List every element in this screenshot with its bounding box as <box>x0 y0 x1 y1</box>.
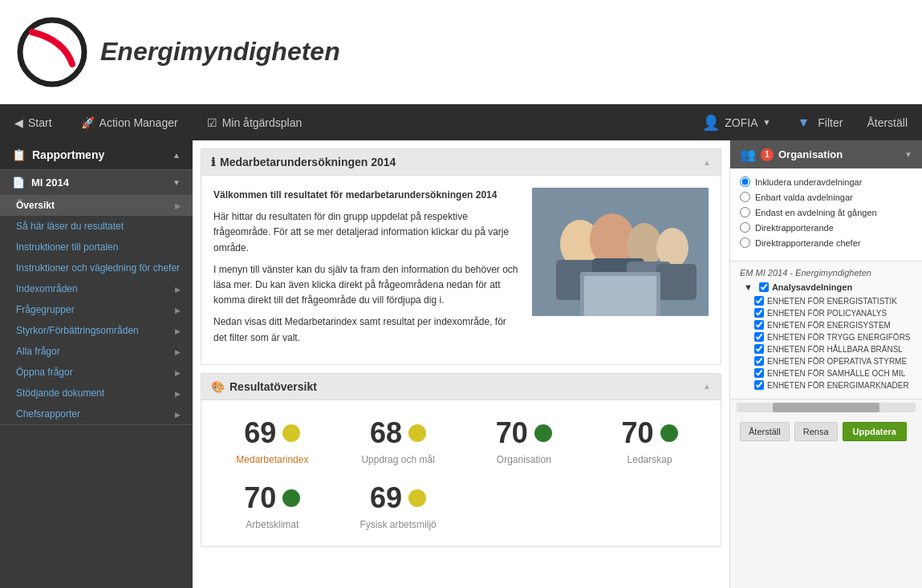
navbar: ◀ Start 🚀 Action Manager ☑ Min åtgärdspl… <box>0 104 922 140</box>
sidebar-item-stodok[interactable]: Stödjande dokument <box>0 383 193 403</box>
org-scrollbar-thumb <box>773 403 880 412</box>
svg-rect-11 <box>584 276 656 316</box>
checklist-icon: ☑ <box>207 116 217 129</box>
radio-direkt-chefer[interactable]: Direktrapporterande chefer <box>740 237 912 248</box>
btn-återställ[interactable]: Återställ <box>740 422 790 441</box>
org-tree-title: EM MI 2014 - Energimyndigheten <box>740 268 912 278</box>
results-collapse-icon[interactable] <box>703 382 711 391</box>
rapportmeny-collapse-icon <box>173 151 181 160</box>
org-child-6-label: ENHETEN FÖR SAMHÄLLE OCH MIL <box>767 369 905 378</box>
nav-start[interactable]: ◀ Start <box>0 104 67 140</box>
org-child-3[interactable]: ENHETEN FÖR TRYGG ENERGIFÖRS <box>740 332 912 342</box>
sidebar-mi2014-header[interactable]: 📄 MI 2014 <box>0 170 193 195</box>
org-child-7-label: ENHETEN FÖR ENERGIMARKNADER <box>767 381 909 390</box>
radio-direkt-chefer-input[interactable] <box>740 237 750 248</box>
sidebar-item-resultat[interactable]: Så här läser du resultatet <box>0 216 193 237</box>
results-title-text: Resultatöversikt <box>229 380 317 393</box>
radio-enbart[interactable]: Enbart valda avdelningar <box>740 192 912 202</box>
svg-point-0 <box>20 20 84 84</box>
sidebar-item-indexomraden[interactable]: Indexområden <box>0 278 193 299</box>
sidebar-rapportmeny-section: 📋 Rapportmeny <box>0 140 193 170</box>
medarbetarindex-score: 69 <box>217 416 327 450</box>
org-child-6-checkbox[interactable] <box>754 368 764 378</box>
sidebar-item-indexomraden-label: Indexområden <box>16 283 78 294</box>
org-child-5-checkbox[interactable] <box>754 356 764 366</box>
info-heading: Välkommen till resultatet för medarbetar… <box>213 189 497 201</box>
org-child-4-checkbox[interactable] <box>754 344 764 354</box>
radio-inkludera[interactable]: Inkludera underavdelningar <box>740 176 912 187</box>
uppdrag-value: 68 <box>370 416 402 450</box>
org-child-6[interactable]: ENHETEN FÖR SAMHÄLLE OCH MIL <box>740 368 912 378</box>
org-child-4[interactable]: ENHETEN FÖR HÅLLBARA BRÄNSL <box>740 344 912 354</box>
radio-endast-input[interactable] <box>740 207 750 217</box>
nav-user[interactable]: 👤 ZOFIA ▼ <box>690 104 782 140</box>
sidebar-rapportmeny-header[interactable]: 📋 Rapportmeny <box>0 140 193 169</box>
arbetsklimat-label: Arbetsklimat <box>217 519 327 530</box>
radio-enbart-input[interactable] <box>740 192 750 202</box>
main-layout: 📋 Rapportmeny 📄 MI 2014 Översikt <box>0 140 922 588</box>
sidebar-item-oppna-fragor-label: Öppna frågor <box>16 367 73 378</box>
palette-icon: 🎨 <box>211 380 225 393</box>
right-panel-header[interactable]: 👥 1 Organisation <box>730 140 922 168</box>
radio-endast[interactable]: Endast en avdelning åt gången <box>740 207 912 217</box>
org-child-7[interactable]: ENHETEN FÖR ENERGIMARKNADER <box>740 380 912 390</box>
org-child-7-checkbox[interactable] <box>754 380 764 390</box>
user-icon: 👤 <box>702 114 720 132</box>
org-title: 👥 1 Organisation <box>740 147 843 162</box>
arbetsklimat-dot <box>282 489 300 507</box>
nav-action-manager[interactable]: 🚀 Action Manager <box>67 104 193 140</box>
oppna-fragor-arrow-icon <box>175 367 181 378</box>
org-child-5-label: ENHETEN FÖR OPERATIVA STYRME <box>767 357 907 366</box>
nav-filter-section: ▼ Filter Återställ <box>782 104 922 140</box>
sidebar-item-oppna-fragor[interactable]: Öppna frågor <box>0 362 193 383</box>
org-child-1-label: ENHETEN FÖR POLICYANALYS <box>767 309 887 318</box>
nav-atgardsplan-label: Min åtgärdsplan <box>222 116 303 129</box>
org-child-2-checkbox[interactable] <box>754 320 764 330</box>
radio-direkt[interactable]: Direktrapporterande <box>740 222 912 233</box>
org-child-1[interactable]: ENHETEN FÖR POLICYANALYS <box>740 308 912 318</box>
org-icon: 👥 <box>740 147 756 162</box>
org-child-2[interactable]: ENHETEN FÖR ENERGISYSTEM <box>740 320 912 330</box>
org-scrollbar[interactable] <box>737 403 916 412</box>
organisation-score: 70 <box>469 416 579 450</box>
org-child-3-checkbox[interactable] <box>754 332 764 342</box>
btn-rensa[interactable]: Rensa <box>794 422 838 441</box>
radio-direkt-input[interactable] <box>740 222 750 233</box>
radio-endast-label: Endast en avdelning åt gången <box>755 208 877 217</box>
sidebar-item-chefsrapporter[interactable]: Chefsrapporter <box>0 403 193 424</box>
sidebar-item-instruktioner[interactable]: Instruktioner till portalen <box>0 237 193 258</box>
sidebar-item-alla-fragor[interactable]: Alla frågor <box>0 341 193 362</box>
info-content-layout: Välkommen till resultatet för medarbetar… <box>213 188 709 352</box>
org-tree-parent[interactable]: ▼ Analysavdelningen <box>740 282 912 292</box>
nav-återställ-label[interactable]: Återställ <box>867 116 908 129</box>
org-parent-checkbox[interactable] <box>759 282 769 292</box>
org-child-0-checkbox[interactable] <box>754 296 764 306</box>
result-fysisk: 69 Fysisk arbetsmiljö <box>343 481 453 530</box>
org-child-5[interactable]: ENHETEN FÖR OPERATIVA STYRME <box>740 356 912 366</box>
org-child-4-label: ENHETEN FÖR HÅLLBARA BRÄNSL <box>767 345 903 354</box>
radio-enbart-label: Enbart valda avdelningar <box>755 193 853 202</box>
sidebar-item-oversikt[interactable]: Översikt <box>0 195 193 216</box>
right-panel: 👥 1 Organisation Inkludera underavdelnin… <box>729 140 922 588</box>
sidebar-item-fragrupper[interactable]: Frågegrupper <box>0 299 193 320</box>
nav-min-atgardsplan[interactable]: ☑ Min åtgärdsplan <box>193 104 317 140</box>
sidebar: 📋 Rapportmeny 📄 MI 2014 Översikt <box>0 140 193 588</box>
org-tree: EM MI 2014 - Energimyndigheten ▼ Analysa… <box>730 262 922 399</box>
sidebar-item-fragrupper-label: Frågegrupper <box>16 304 75 315</box>
radio-inkludera-input[interactable] <box>740 176 750 187</box>
org-child-1-checkbox[interactable] <box>754 308 764 318</box>
svg-rect-9 <box>656 264 697 300</box>
organisation-dot <box>534 424 552 442</box>
org-child-0[interactable]: ENHETEN FÖR ENERGISTATISTIK <box>740 296 912 306</box>
logo-icon <box>16 16 88 88</box>
nav-start-label: Start <box>28 116 52 129</box>
info-collapse-icon[interactable] <box>703 158 711 167</box>
org-child-3-label: ENHETEN FÖR TRYGG ENERGIFÖRS <box>767 333 911 342</box>
sidebar-item-vagledning-label: Instruktioner och vägledning för chefer <box>16 262 180 274</box>
sidebar-item-styrkor[interactable]: Styrkor/Förbättringsområden <box>0 320 193 341</box>
sidebar-items-list: Översikt Så här läser du resultatet Inst… <box>0 195 193 424</box>
sidebar-item-vagledning[interactable]: Instruktioner och vägledning för chefer <box>0 258 193 278</box>
btn-uppdatera[interactable]: Uppdatera <box>843 422 907 441</box>
arbetsklimat-value: 70 <box>244 481 276 515</box>
nav-user-name: ZOFIA <box>725 116 758 129</box>
